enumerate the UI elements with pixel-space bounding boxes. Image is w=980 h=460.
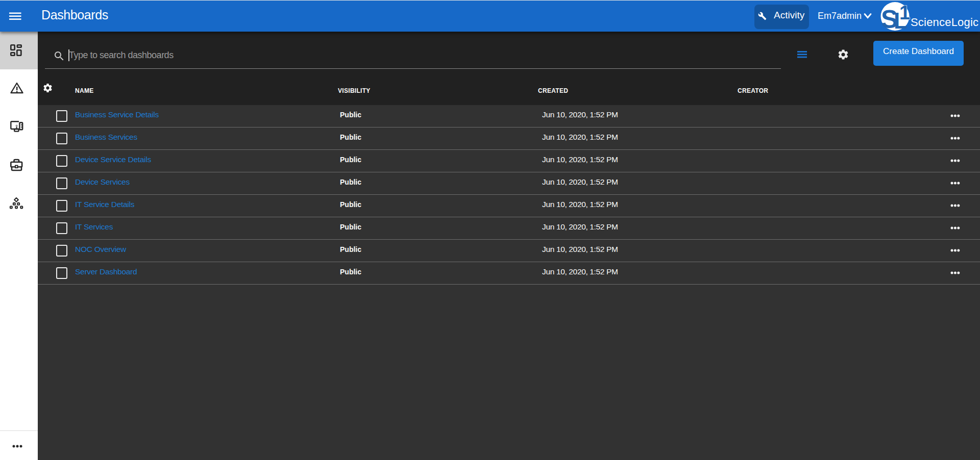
svg-text:1: 1 bbox=[899, 2, 910, 23]
